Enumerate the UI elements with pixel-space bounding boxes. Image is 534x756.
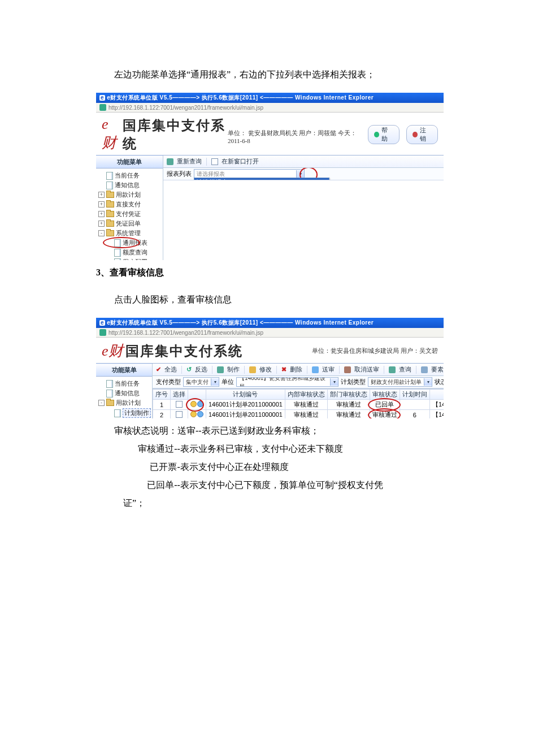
cell: 审核通过 bbox=[327, 400, 370, 410]
table-row[interactable]: 2146001计划单2011000001审核通过审核通过审核通过6【146001… bbox=[153, 410, 444, 419]
edit-button[interactable]: 修改 bbox=[259, 365, 272, 374]
sidebar-item[interactable]: -系统管理 bbox=[98, 228, 162, 238]
cell: 审核通过 bbox=[285, 400, 327, 410]
column-header[interactable]: 单位 bbox=[429, 390, 444, 400]
section-3-title: 3、查看审核信息 bbox=[96, 263, 444, 282]
sidebar-item[interactable]: 当前任务 bbox=[98, 379, 151, 388]
toolbar: ✔全选 ↺反选 制作 修改 ✖删除 送审 取消送审 查询 要素设置 打印 bbox=[153, 364, 444, 376]
column-header[interactable]: 部门审核状态 bbox=[327, 390, 370, 400]
column-header[interactable]: 序号 bbox=[153, 390, 171, 400]
sidebar-item-label: 用款计划 bbox=[116, 399, 141, 407]
column-header[interactable] bbox=[188, 390, 206, 400]
sidebar-item[interactable]: +直接支付 bbox=[98, 200, 162, 209]
row-checkbox[interactable] bbox=[176, 411, 183, 418]
unit-user: 单位：瓮安县住房和城乡建设局 用户：吴文碧 bbox=[312, 347, 438, 355]
table-row[interactable]: 1146001计划单2011000001审核通过审核通过已回单【146001】瓮… bbox=[153, 400, 444, 410]
folder-icon bbox=[106, 230, 114, 236]
app-banner: e财 国库集中支付系统 单位：瓮安县住房和城乡建设局 用户：吴文碧 bbox=[96, 338, 444, 363]
query-button[interactable]: 查询 bbox=[399, 365, 411, 374]
brand-logo: e财 bbox=[102, 341, 123, 361]
sidebar-item-label: 额度查询 bbox=[123, 248, 147, 257]
sidebar-item[interactable]: +用款计划 bbox=[98, 190, 162, 200]
sidebar-item[interactable]: +凭证回单 bbox=[98, 219, 162, 228]
report-select-bar: 报表列表 请选择报表 ▾ 请选择报表财政授权支付明细查询/财政授权支付明细查询单… bbox=[163, 168, 444, 180]
report-dropdown[interactable]: 请选择报表财政授权支付明细查询/财政授权支付明细查询单位计划明细查询/单位计划明… bbox=[194, 178, 329, 180]
logout-icon bbox=[413, 132, 418, 137]
unsend-button[interactable]: 取消送审 bbox=[354, 365, 379, 374]
unsend-icon bbox=[344, 366, 351, 373]
sidebar-item-label: 当前任务 bbox=[115, 171, 140, 180]
cell: 已回单 bbox=[370, 400, 400, 410]
address-bar[interactable]: http://192.168.1.122:7001/wengan2011/fra… bbox=[96, 328, 444, 338]
sidebar-item[interactable]: 通用报表 bbox=[98, 238, 162, 248]
face-icon[interactable] bbox=[190, 401, 203, 407]
screenshot-2: e e财支付系统单位版 V5.5————> 执行5.6数据库[2011] <——… bbox=[96, 318, 444, 418]
intro-text: 左边功能菜单选择“通用报表”，右边的下拉列表中选择相关报表； bbox=[96, 66, 444, 84]
sidebar-header: 功能菜单 bbox=[96, 364, 152, 377]
tree-toggle-icon[interactable]: + bbox=[98, 201, 105, 208]
cell: 审核通过 bbox=[327, 410, 370, 419]
app-banner: e财 国库集中支付系统 单位： 瓮安县财政局机关 用户：周筱懿 今天： 2011… bbox=[96, 113, 444, 155]
chevron-down-icon[interactable]: ▾ bbox=[330, 378, 338, 386]
dropdown-option[interactable]: 请选择报表 bbox=[194, 178, 329, 180]
doc-icon bbox=[106, 172, 113, 180]
ie-icon: e bbox=[99, 95, 105, 101]
tree-toggle-icon[interactable]: + bbox=[98, 221, 105, 227]
sidebar-item[interactable]: 用户配置 bbox=[98, 257, 162, 260]
chevron-down-icon[interactable]: ▾ bbox=[296, 170, 304, 178]
unit-user-date: 单位： 瓮安县财政局机关 用户：周筱懿 今天： 2011-6-8 bbox=[228, 129, 361, 144]
column-header[interactable]: 计划编号 bbox=[206, 390, 285, 400]
unit-select[interactable]: 【146001】瓮安县住房和城乡建设局▾ bbox=[236, 377, 338, 387]
chevron-down-icon[interactable]: ▾ bbox=[424, 378, 432, 386]
plantype-select[interactable]: 财政支付用款计划单▾ bbox=[368, 377, 432, 387]
sidebar-item[interactable]: 通知信息 bbox=[98, 180, 162, 190]
new-button[interactable]: 制作 bbox=[227, 365, 240, 374]
select-all-button[interactable]: 全选 bbox=[164, 365, 177, 374]
refresh-button[interactable]: 重新查询 bbox=[177, 157, 202, 166]
paytype-select[interactable]: 集中支付▾ bbox=[183, 377, 219, 387]
chevron-down-icon[interactable]: ▾ bbox=[211, 378, 219, 386]
sidebar-item[interactable]: 计划制作 bbox=[98, 408, 151, 418]
column-header[interactable]: 计划时间 bbox=[400, 390, 429, 400]
address-bar[interactable]: http://192.168.1.122:7001/wengan2011/fra… bbox=[96, 103, 444, 113]
brand-logo: e财 bbox=[102, 116, 120, 153]
sidebar-item[interactable]: 当前任务 bbox=[98, 171, 162, 180]
invert-icon: ↺ bbox=[186, 366, 192, 373]
help-button[interactable]: 帮 助 bbox=[368, 125, 400, 144]
sidebar-item-label: 用款计划 bbox=[116, 191, 141, 199]
row-checkbox[interactable] bbox=[176, 401, 183, 408]
send-button[interactable]: 送审 bbox=[322, 365, 335, 374]
sidebar-item-label: 通用报表 bbox=[123, 239, 147, 247]
sidebar-item[interactable]: +支付凭证 bbox=[98, 209, 162, 219]
tree-toggle-icon[interactable]: - bbox=[98, 230, 105, 236]
doc-icon bbox=[114, 239, 121, 247]
column-header[interactable]: 审核状态 bbox=[370, 390, 400, 400]
cell: 6 bbox=[400, 410, 429, 419]
tree-toggle-icon[interactable]: - bbox=[98, 400, 105, 406]
column-header[interactable]: 选择 bbox=[171, 390, 188, 400]
folder-icon bbox=[106, 201, 114, 208]
tree-toggle-icon[interactable]: + bbox=[98, 211, 105, 217]
sidebar-item[interactable]: -用款计划 bbox=[98, 398, 151, 408]
sidebar-item[interactable]: 额度查询 bbox=[98, 248, 162, 257]
sidebar-item[interactable]: 通知信息 bbox=[98, 388, 151, 398]
face-icon[interactable] bbox=[190, 411, 203, 417]
sidebar-item-label: 系统管理 bbox=[116, 229, 141, 237]
new-icon bbox=[217, 366, 224, 373]
delete-button[interactable]: 删除 bbox=[290, 365, 302, 374]
logout-button[interactable]: 注 销 bbox=[406, 125, 438, 144]
check-icon: ✔ bbox=[156, 366, 161, 373]
cell: 146001计划单2011000001 bbox=[206, 410, 285, 419]
cell bbox=[400, 400, 429, 410]
tree-toggle-icon[interactable]: + bbox=[98, 192, 105, 198]
toolbar: 重新查询 在新窗口打开 bbox=[163, 155, 444, 168]
sidebar-item-label: 当前任务 bbox=[115, 379, 140, 388]
invert-button[interactable]: 反选 bbox=[195, 365, 207, 374]
newwindow-checkbox[interactable] bbox=[211, 158, 218, 165]
sidebar-item-label: 凭证回单 bbox=[116, 219, 141, 228]
cell bbox=[171, 400, 188, 410]
cols-button[interactable]: 要素设置 bbox=[431, 365, 444, 374]
column-header[interactable]: 内部审核状态 bbox=[285, 390, 327, 400]
sidebar-tree: 当前任务通知信息+用款计划+直接支付+支付凭证+凭证回单-系统管理通用报表额度查… bbox=[96, 169, 163, 260]
page-icon bbox=[99, 329, 106, 336]
